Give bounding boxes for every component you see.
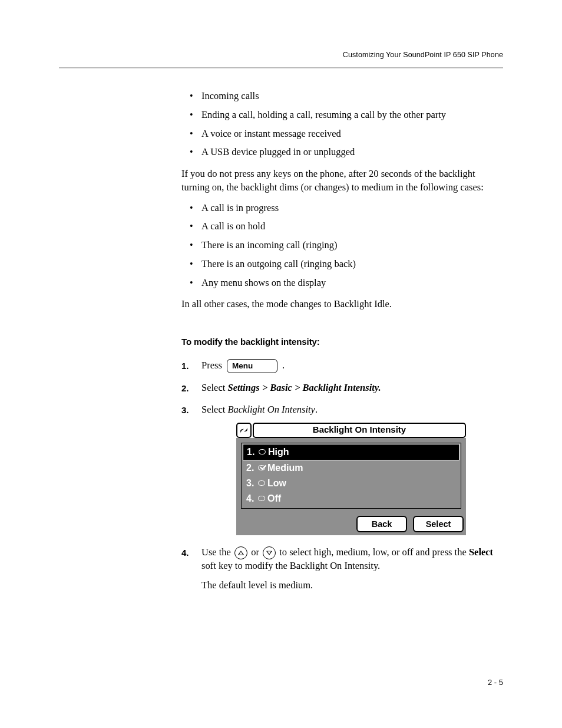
back-softkey[interactable]: Back bbox=[356, 516, 407, 532]
list-item-text: There is an incoming call (ringing) bbox=[201, 239, 337, 251]
radio-checked-icon bbox=[258, 465, 265, 470]
menu-option-label: Off bbox=[267, 492, 281, 505]
list-item: There is an outgoing call (ringing back) bbox=[181, 258, 501, 271]
document-page: Customizing Your SoundPoint IP 650 SIP P… bbox=[0, 0, 562, 728]
phone-logo-icon bbox=[236, 423, 252, 438]
list-item: A voice or instant message received bbox=[181, 127, 501, 141]
phone-menu-list: 1. High 2. Medium 3. bbox=[241, 443, 461, 509]
step-body: Use the or to select high, medium, low, … bbox=[201, 546, 493, 571]
menu-option-low[interactable]: 3. Low bbox=[243, 476, 459, 491]
step-body: Select Backlight On Intensity. bbox=[201, 404, 318, 415]
list-item: A call is on hold bbox=[181, 220, 501, 233]
list-item-text: Ending a call, holding a call, resuming … bbox=[201, 109, 446, 120]
menu-option-off[interactable]: 4. Off bbox=[243, 491, 459, 506]
step-text: Press bbox=[201, 360, 224, 371]
radio-unchecked-icon bbox=[258, 480, 265, 486]
phone-screen-title: Backlight On Intensity bbox=[253, 423, 466, 438]
list-item-text: A call is on hold bbox=[201, 220, 265, 232]
bullet-list-top: Incoming calls Ending a call, holding a … bbox=[181, 90, 501, 159]
paragraph: If you do not press any keys on the phon… bbox=[181, 167, 501, 195]
radio-unchecked-icon bbox=[259, 449, 266, 454]
menu-option-label: Medium bbox=[267, 462, 303, 475]
list-item: A USB device plugged in or unplugged bbox=[181, 146, 501, 159]
menu-option-index: 4. bbox=[246, 492, 256, 505]
running-header: Customizing Your SoundPoint IP 650 SIP P… bbox=[59, 51, 503, 59]
body-content: Incoming calls Ending a call, holding a … bbox=[181, 90, 501, 592]
step-sub-paragraph: The default level is medium. bbox=[201, 579, 501, 592]
step-text: to select high, medium, low, or off and … bbox=[279, 546, 469, 558]
step-2: 2. Select Settings > Basic > Backlight I… bbox=[181, 381, 501, 395]
list-item: There is an incoming call (ringing) bbox=[181, 239, 501, 252]
step-number: 3. bbox=[181, 404, 189, 417]
step-text: Select bbox=[201, 404, 227, 415]
step-text: or bbox=[251, 546, 262, 558]
step-body: Select Settings > Basic > Backlight Inte… bbox=[201, 382, 381, 393]
numbered-steps: 1. Press Menu . 2. Select Settings > Bas… bbox=[181, 359, 501, 592]
step-1: 1. Press Menu . bbox=[181, 359, 501, 373]
menu-option-high[interactable]: 1. High bbox=[243, 444, 459, 460]
phone-screenshot: Backlight On Intensity 1. High 2. bbox=[236, 423, 466, 535]
phone-body: 1. High 2. Medium 3. bbox=[236, 438, 466, 512]
step-text: soft key to modify the Backlight On Inte… bbox=[201, 560, 380, 571]
step-4: 4. Use the or to select high, medium, lo… bbox=[181, 546, 501, 592]
list-item: Incoming calls bbox=[181, 90, 501, 103]
arrow-down-key-icon[interactable] bbox=[263, 546, 276, 559]
list-item: Any menu shows on the display bbox=[181, 276, 501, 290]
select-softkey[interactable]: Select bbox=[413, 516, 464, 532]
arrow-up-key-icon[interactable] bbox=[234, 546, 247, 559]
step-body: Press Menu . bbox=[201, 360, 285, 371]
step-text: Use the bbox=[201, 546, 233, 558]
paragraph: In all other cases, the mode changes to … bbox=[181, 298, 501, 311]
list-item-text: There is an outgoing call (ringing back) bbox=[201, 258, 356, 269]
menu-item-name: Backlight On Intensity bbox=[227, 404, 315, 415]
step-number: 1. bbox=[181, 360, 189, 373]
menu-hard-key[interactable]: Menu bbox=[227, 359, 277, 373]
menu-option-index: 3. bbox=[246, 477, 256, 490]
step-number: 4. bbox=[181, 547, 189, 559]
step-text: . bbox=[315, 404, 318, 415]
softkey-name: Select bbox=[469, 546, 493, 558]
step-3: 3. Select Backlight On Intensity. Backli… bbox=[181, 403, 501, 535]
step-text: . bbox=[282, 360, 285, 371]
list-item-text: Any menu shows on the display bbox=[201, 277, 326, 288]
page-number: 2 - 5 bbox=[488, 678, 503, 687]
header-rule bbox=[59, 67, 503, 68]
step-number: 2. bbox=[181, 383, 189, 395]
menu-path: Settings > Basic > Backlight Intensity. bbox=[227, 382, 381, 393]
list-item: A call is in progress bbox=[181, 202, 501, 215]
phone-titlebar: Backlight On Intensity bbox=[236, 423, 466, 438]
list-item-text: A call is in progress bbox=[201, 202, 279, 213]
phone-softkey-bar: Back Select bbox=[236, 512, 466, 535]
menu-option-label: Low bbox=[267, 477, 286, 490]
list-item-text: A voice or instant message received bbox=[201, 128, 341, 139]
step-text: Select bbox=[201, 382, 227, 393]
list-item-text: Incoming calls bbox=[201, 90, 259, 101]
menu-option-index: 1. bbox=[247, 446, 256, 459]
section-heading: To modify the backlight intensity: bbox=[181, 336, 501, 348]
list-item: Ending a call, holding a call, resuming … bbox=[181, 108, 501, 122]
bullet-list-cases: A call is in progress A call is on hold … bbox=[181, 202, 501, 290]
menu-option-label: High bbox=[268, 446, 289, 459]
menu-option-index: 2. bbox=[246, 462, 256, 475]
radio-unchecked-icon bbox=[258, 496, 265, 501]
list-item-text: A USB device plugged in or unplugged bbox=[201, 146, 355, 157]
menu-option-medium[interactable]: 2. Medium bbox=[243, 460, 459, 476]
